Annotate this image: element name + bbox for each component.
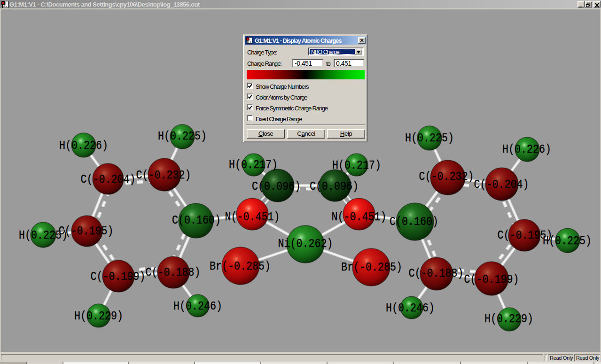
svg-text:H(0.246): H(0.246) [173,300,222,313]
svg-text:C(-0.204): C(-0.204) [81,173,136,186]
svg-text:H(0.226): H(0.226) [59,139,108,153]
svg-text:H(0.225): H(0.225) [158,130,207,143]
svg-text:H(0.229): H(0.229) [484,312,533,326]
svg-text:C(-0.199): C(-0.199) [464,273,519,287]
svg-text:N(-0.451): N(-0.451) [332,210,387,224]
svg-text:H(0.246): H(0.246) [386,302,435,315]
svg-text:H(0.225): H(0.225) [405,132,454,145]
svg-text:C(0.096): C(0.096) [252,180,301,194]
svg-text:Br(-0.285): Br(-0.285) [341,261,402,274]
svg-text:C(0.160): C(0.160) [390,215,438,229]
svg-text:N(-0.451): N(-0.451) [225,210,280,224]
svg-text:C(0.160): C(0.160) [172,214,221,227]
svg-text:H(0.225): H(0.225) [543,234,592,248]
svg-text:C(-0.204): C(-0.204) [474,178,529,192]
svg-text:Ni(0.262): Ni(0.262) [278,237,333,251]
svg-text:C(-0.199): C(-0.199) [91,270,146,284]
svg-text:H(0.217): H(0.217) [229,158,278,172]
svg-text:H(0.225): H(0.225) [19,229,68,242]
svg-text:H(0.229): H(0.229) [74,310,123,323]
svg-text:C(-0.232): C(-0.232) [419,170,474,184]
svg-text:C(-0.188): C(-0.188) [409,267,464,280]
svg-text:C(0.096): C(0.096) [310,180,359,194]
svg-text:H(0.217): H(0.217) [332,159,381,172]
svg-text:Br(-0.285): Br(-0.285) [210,260,271,273]
svg-text:C(-0.188): C(-0.188) [146,266,201,279]
svg-text:C(-0.232): C(-0.232) [136,169,191,182]
svg-text:H(0.226): H(0.226) [502,143,551,156]
